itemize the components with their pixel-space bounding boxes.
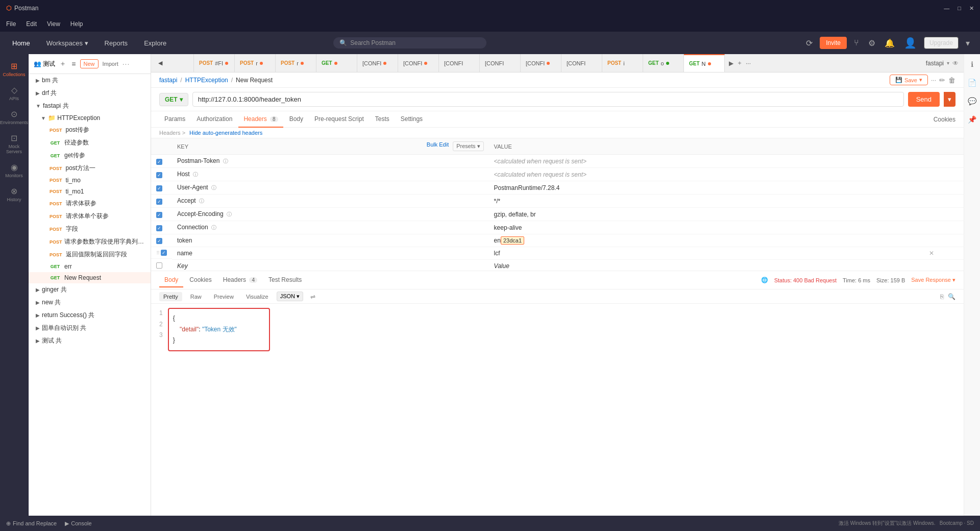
collection-ginger[interactable]: ▶ ginger 共 (29, 283, 151, 296)
header-checkbox-postman-token[interactable] (156, 159, 162, 165)
tab-conf-6[interactable]: [CONFI (561, 54, 602, 72)
tab-post-r2[interactable]: POST r (276, 54, 316, 72)
sidebar-item-mock-servers[interactable]: ⊡ Mock Servers (2, 130, 27, 157)
req-post-字段[interactable]: POST 字段 (29, 223, 151, 235)
tab-conf-3[interactable]: [CONFI (439, 54, 480, 72)
breadcrumb-fastapi[interactable]: fastapi (159, 77, 177, 84)
copy-response-icon[interactable]: ⎘ (940, 293, 944, 300)
collection-drf[interactable]: ▶ drf 共 (29, 87, 151, 100)
delete-icon[interactable]: 🗑 (948, 76, 955, 84)
collections-more-icon[interactable]: ··· (122, 60, 130, 68)
req-get-径迹参数[interactable]: GET 径迹参数 (29, 136, 151, 149)
comments-icon[interactable]: 💬 (966, 95, 978, 107)
tab-headers[interactable]: Headers 8 (238, 111, 283, 128)
user-avatar[interactable]: 👤 (902, 35, 919, 51)
collection-return-success[interactable]: ▶ return Success() 共 (29, 309, 151, 322)
sync-icon[interactable]: ⟳ (804, 36, 815, 50)
cookies-button[interactable]: Cookies (934, 116, 955, 123)
tab-forward-icon[interactable]: ▶ (729, 60, 733, 67)
method-selector[interactable]: GET ▾ (159, 93, 188, 106)
tab-conf-2[interactable]: [CONFI (398, 54, 439, 72)
header-checkbox-host[interactable] (156, 172, 162, 178)
json-format-select[interactable]: JSON ▾ (277, 292, 303, 301)
bulk-edit-btn[interactable]: Bulk Edit (427, 141, 449, 151)
resp-tab-headers[interactable]: Headers 4 (218, 273, 262, 287)
header-checkbox-token[interactable] (156, 238, 162, 244)
req-get-get传参[interactable]: GET get传参 (29, 149, 151, 162)
req-post-timo[interactable]: POST ti_mo (29, 175, 151, 186)
req-post-请求体获参[interactable]: POST 请求体获参 (29, 197, 151, 210)
tab-post-fi[interactable]: POST #FI (194, 54, 235, 72)
nav-workspaces[interactable]: Workspaces ▾ (42, 37, 92, 49)
header-checkbox-connection[interactable] (156, 225, 162, 231)
tab-authorization[interactable]: Authorization (191, 111, 237, 128)
sidebar-item-apis[interactable]: ◇ APIs (2, 82, 27, 104)
chevron-down-icon[interactable]: ▾ (964, 36, 972, 50)
upgrade-button[interactable]: Upgrade (924, 37, 959, 49)
settings-gear-icon[interactable]: ⚙ (866, 36, 877, 50)
workspace-dropdown-icon[interactable]: ▾ (947, 60, 949, 66)
tab-back-btn[interactable]: ◀ (153, 54, 194, 72)
find-replace-btn[interactable]: ⊕ Find and Replace (6, 520, 57, 527)
nav-reports[interactable]: Reports (101, 37, 132, 49)
fork-icon[interactable]: ⑂ (852, 36, 861, 50)
req-post-timo1[interactable]: POST ti_mo1 (29, 186, 151, 197)
req-get-new-request[interactable]: GET New Request (29, 272, 151, 283)
collection-bm[interactable]: ▶ bm 共 (29, 74, 151, 87)
tab-settings[interactable]: Settings (396, 111, 428, 128)
resp-tab-body[interactable]: Body (159, 273, 183, 287)
header-checkbox-name[interactable] (161, 250, 167, 256)
sidebar-item-history[interactable]: ⊗ History (2, 183, 27, 205)
save-response-button[interactable]: Save Response ▾ (911, 277, 955, 283)
tab-get-n[interactable]: GET N (684, 54, 725, 72)
header-checkbox-accept[interactable] (156, 199, 162, 205)
hide-headers-link[interactable]: Hide auto-generated headers (189, 130, 262, 136)
fmt-preview[interactable]: Preview (210, 292, 238, 301)
nav-explore[interactable]: Explore (140, 37, 170, 49)
drag-handle-icon[interactable]: ⠿ (156, 250, 160, 256)
collections-options-icon[interactable]: ≡ (70, 59, 77, 69)
header-checkbox-user-agent[interactable] (156, 185, 162, 191)
header-checkbox-accept-encoding[interactable] (156, 212, 162, 218)
eye-icon[interactable]: 👁 (952, 60, 959, 67)
nav-home[interactable]: Home (8, 37, 34, 49)
console-btn[interactable]: ▶ Console (65, 520, 91, 527)
maximize-btn[interactable]: □ (958, 5, 961, 12)
sidebar-item-collections[interactable]: ⊞ Collections (2, 58, 27, 80)
resp-tab-cookies[interactable]: Cookies (184, 273, 216, 287)
req-post-请求参数字段[interactable]: POST 请求参数数字段使用字典列表集合... (29, 235, 151, 248)
collection-固单[interactable]: ▶ 固单自动识别 共 (29, 322, 151, 334)
tab-new-icon[interactable]: ＋ (737, 59, 743, 67)
req-post-请求体单个获参[interactable]: POST 请求体单个获参 (29, 210, 151, 223)
sidebar-item-environments[interactable]: ⊙ Environments (2, 106, 27, 128)
req-post-post传参[interactable]: POST post传参 (29, 124, 151, 136)
tab-pre-request-script[interactable]: Pre-request Script (309, 111, 369, 128)
send-dropdown-button[interactable]: ▾ (944, 92, 955, 107)
pin-icon[interactable]: 📌 (966, 113, 978, 126)
tab-post-r1[interactable]: POST r (235, 54, 276, 72)
collection-new[interactable]: ▶ new 共 (29, 296, 151, 309)
folder-httpexception[interactable]: ▼ 📁 HTTPException (29, 112, 151, 124)
tab-params[interactable]: Params (159, 111, 190, 128)
tab-conf-1[interactable]: [CONFI (357, 54, 398, 72)
tab-post-i[interactable]: POST i (602, 54, 643, 72)
url-input[interactable] (192, 92, 904, 107)
notifications-icon[interactable]: 🔔 (883, 36, 897, 50)
send-button[interactable]: Send (908, 92, 940, 107)
presets-btn[interactable]: Presets ▾ (453, 141, 483, 151)
save-button[interactable]: 💾 Save ▾ (890, 75, 928, 85)
format-icon[interactable]: ⇌ (310, 293, 315, 300)
tab-more-icon[interactable]: ··· (746, 60, 751, 67)
fmt-pretty[interactable]: Pretty (159, 292, 182, 301)
tab-get-o[interactable]: GET o (643, 54, 684, 72)
menu-view[interactable]: View (47, 20, 60, 28)
info-panel-icon[interactable]: ℹ (969, 58, 975, 70)
invite-button[interactable]: Invite (820, 37, 847, 49)
tab-conf-4[interactable]: [CONFI (480, 54, 521, 72)
resp-tab-test-results[interactable]: Test Results (263, 273, 307, 287)
req-post-返回值[interactable]: POST 返回值限制返回回字段 (29, 248, 151, 261)
tab-tests[interactable]: Tests (370, 111, 395, 128)
search-response-icon[interactable]: 🔍 (948, 293, 955, 300)
new-collection-btn2[interactable]: New (80, 59, 99, 68)
breadcrumb-httpexception[interactable]: HTTPException (185, 77, 228, 84)
